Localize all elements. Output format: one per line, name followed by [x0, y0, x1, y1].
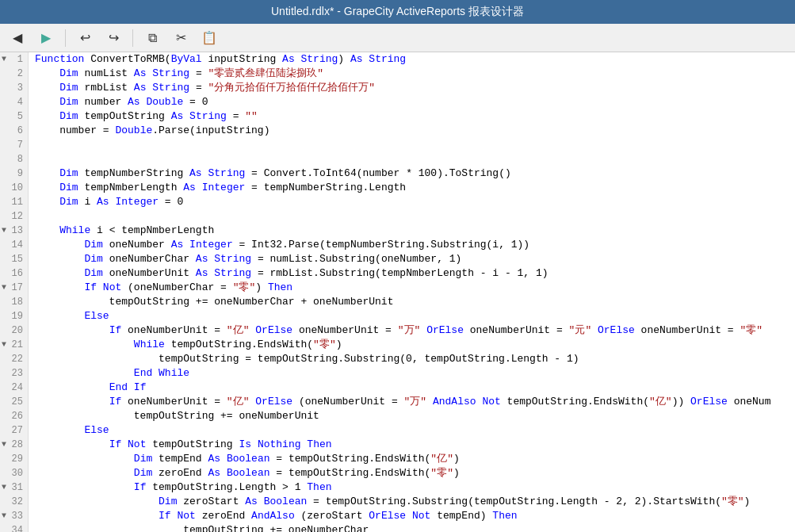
code-row: 9 Dim tempNumberString As String = Conve…	[0, 166, 795, 181]
code-row: 27 Else	[0, 423, 795, 438]
code-content[interactable]: tempOutString += oneNumberChar + oneNumb…	[29, 295, 795, 309]
code-row: 34 tempOutString += oneNumberChar	[0, 523, 795, 532]
code-content[interactable]: tempOutString += oneNumberUnit	[29, 409, 795, 423]
fold-icon[interactable]: ▼	[2, 480, 6, 495]
line-number: 30	[0, 466, 29, 480]
line-number: 12	[0, 209, 29, 224]
line-number: ▼33	[0, 509, 29, 523]
code-row: 26 tempOutString += oneNumberUnit	[0, 409, 795, 423]
code-row: 15 Dim oneNumberChar As String = numList…	[0, 252, 795, 266]
code-content[interactable]: Dim tempEnd As Boolean = tempOutString.E…	[29, 452, 795, 466]
code-row: 23 End While	[0, 366, 795, 381]
line-number: ▼21	[0, 338, 29, 352]
line-number: 8	[0, 152, 29, 166]
fold-icon[interactable]: ▼	[2, 509, 6, 523]
code-content[interactable]: If Not zeroEnd AndAlso (zeroStart OrElse…	[29, 509, 795, 523]
line-number: 14	[0, 238, 29, 252]
code-row: ▼21 While tempOutString.EndsWith("零")	[0, 338, 795, 352]
code-row: 29 Dim tempEnd As Boolean = tempOutStrin…	[0, 452, 795, 466]
separator-1	[65, 29, 66, 47]
cut-button[interactable]: ✂	[170, 28, 192, 48]
code-content[interactable]: If tempOutString.Length > 1 Then	[29, 480, 795, 495]
line-number: 34	[0, 523, 29, 532]
line-number: 18	[0, 295, 29, 309]
line-number: 5	[0, 109, 29, 124]
line-number: 9	[0, 166, 29, 181]
code-row: 18 tempOutString += oneNumberChar + oneN…	[0, 295, 795, 309]
toolbar: ◀ ▶ ↩ ↪ ⧉ ✂ 📋	[0, 24, 795, 52]
line-number: 23	[0, 366, 29, 381]
code-row: 7	[0, 138, 795, 152]
line-number: 10	[0, 181, 29, 195]
code-row: 3 Dim rmbList As String = "分角元拾佰仟万拾佰仟亿拾佰…	[0, 81, 795, 95]
code-content[interactable]: tempOutString += oneNumberChar	[29, 523, 795, 532]
code-row: 25 If oneNumberUnit = "亿" OrElse (oneNum…	[0, 395, 795, 409]
back-button[interactable]: ◀	[6, 28, 29, 48]
line-number: 22	[0, 352, 29, 366]
fold-icon[interactable]: ▼	[2, 52, 6, 67]
line-number: 19	[0, 309, 29, 323]
line-number: ▼13	[0, 224, 29, 238]
code-content[interactable]: While i < tempNmberLength	[29, 224, 795, 238]
code-content[interactable]: Dim oneNumber As Integer = Int32.Parse(t…	[29, 238, 795, 252]
line-number: ▼31	[0, 480, 29, 495]
code-row: ▼1Function ConvertToRMB(ByVal inputStrin…	[0, 52, 795, 67]
code-row: 30 Dim zeroEnd As Boolean = tempOutStrin…	[0, 466, 795, 480]
code-content[interactable]: Dim number As Double = 0	[29, 95, 795, 109]
code-content[interactable]: Else	[29, 423, 795, 438]
undo-button[interactable]: ↩	[74, 28, 96, 48]
line-number: 4	[0, 95, 29, 109]
code-content[interactable]: If oneNumberUnit = "亿" OrElse (oneNumber…	[29, 395, 795, 409]
code-content[interactable]: End If	[29, 381, 795, 395]
line-number: 2	[0, 67, 29, 81]
line-number: 16	[0, 266, 29, 281]
code-content[interactable]: Dim tempOutString As String = ""	[29, 109, 795, 124]
fold-icon[interactable]: ▼	[2, 224, 6, 238]
code-content[interactable]	[29, 209, 795, 224]
play-button[interactable]: ▶	[35, 28, 57, 48]
code-content[interactable]: Dim zeroStart As Boolean = tempOutString…	[29, 495, 795, 509]
code-content[interactable]: If Not tempOutString Is Nothing Then	[29, 438, 795, 452]
redo-button[interactable]: ↪	[102, 28, 124, 48]
line-number: 32	[0, 495, 29, 509]
separator-2	[132, 29, 133, 47]
fold-icon[interactable]: ▼	[2, 281, 6, 295]
fold-icon[interactable]: ▼	[2, 438, 6, 452]
code-content[interactable]: Dim oneNumberUnit As String = rmbList.Su…	[29, 266, 795, 281]
code-content[interactable]: Function ConvertToRMB(ByVal inputString …	[29, 52, 795, 67]
copy-button[interactable]: ⧉	[141, 28, 163, 48]
line-number: 11	[0, 195, 29, 209]
line-number: ▼28	[0, 438, 29, 452]
code-content[interactable]	[29, 138, 795, 152]
line-number: 24	[0, 381, 29, 395]
paste-button[interactable]: 📋	[198, 28, 220, 48]
code-content[interactable]	[29, 152, 795, 166]
code-content[interactable]: Dim tempNumberString As String = Convert…	[29, 166, 795, 181]
code-content[interactable]: number = Double.Parse(inputString)	[29, 124, 795, 138]
code-content[interactable]: Dim zeroEnd As Boolean = tempOutString.E…	[29, 466, 795, 480]
code-content[interactable]: If oneNumberUnit = "亿" OrElse oneNumberU…	[29, 323, 795, 338]
code-content[interactable]: Dim i As Integer = 0	[29, 195, 795, 209]
code-content[interactable]: Dim oneNumberChar As String = numList.Su…	[29, 252, 795, 266]
code-row: 11 Dim i As Integer = 0	[0, 195, 795, 209]
code-row: 22 tempOutString = tempOutString.Substri…	[0, 352, 795, 366]
code-content[interactable]: End While	[29, 366, 795, 381]
code-row: 12	[0, 209, 795, 224]
line-number: 3	[0, 81, 29, 95]
code-area[interactable]: ▼1Function ConvertToRMB(ByVal inputStrin…	[0, 52, 795, 532]
code-row: 16 Dim oneNumberUnit As String = rmbList…	[0, 266, 795, 281]
code-content[interactable]: Dim numList As String = "零壹贰叁肆伍陆柒捌玖"	[29, 67, 795, 81]
code-row: ▼31 If tempOutString.Length > 1 Then	[0, 480, 795, 495]
code-row: 20 If oneNumberUnit = "亿" OrElse oneNumb…	[0, 323, 795, 338]
code-row: ▼28 If Not tempOutString Is Nothing Then	[0, 438, 795, 452]
code-row: 2 Dim numList As String = "零壹贰叁肆伍陆柒捌玖"	[0, 67, 795, 81]
code-content[interactable]: tempOutString = tempOutString.Substring(…	[29, 352, 795, 366]
code-content[interactable]: Dim tempNmberLength As Integer = tempNum…	[29, 181, 795, 195]
code-content[interactable]: Dim rmbList As String = "分角元拾佰仟万拾佰仟亿拾佰仟万…	[29, 81, 795, 95]
code-content[interactable]: If Not (oneNumberChar = "零") Then	[29, 281, 795, 295]
fold-icon[interactable]: ▼	[2, 338, 6, 352]
code-content[interactable]: While tempOutString.EndsWith("零")	[29, 338, 795, 352]
line-number: ▼1	[0, 52, 29, 67]
code-row: 6 number = Double.Parse(inputString)	[0, 124, 795, 138]
code-content[interactable]: Else	[29, 309, 795, 323]
